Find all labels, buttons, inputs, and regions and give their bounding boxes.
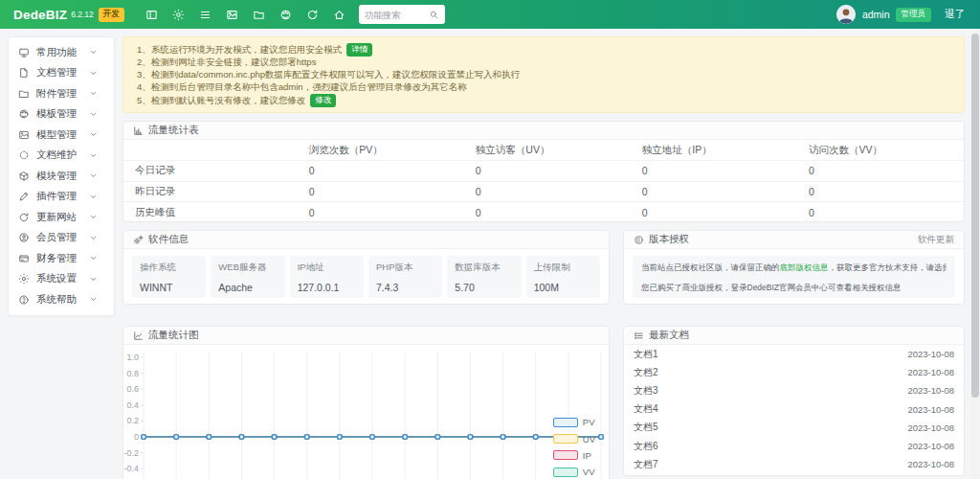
scrollbar-thumb[interactable] — [971, 34, 979, 398]
chevron-down-icon — [89, 254, 98, 262]
chevron-down-icon — [89, 171, 98, 180]
legend-item-vv[interactable]: VV — [553, 464, 595, 479]
sidebar-item-10[interactable]: 财务管理 — [9, 248, 114, 269]
software-info-tile: 数据库版本 5.70 — [447, 256, 521, 298]
home-icon[interactable] — [333, 9, 345, 21]
license-line-1: 当前站点已授权社区版，请保留正确的底部版权信息，获取更多官方技术支持，请选择商业… — [641, 262, 947, 274]
refresh-icon[interactable] — [306, 9, 319, 21]
doc-list-item[interactable]: 文档4 2023-10-08 — [624, 400, 964, 419]
doc-name: 文档5 — [634, 421, 658, 434]
tile-label: WEB服务器 — [218, 262, 277, 274]
page-scrollbar[interactable] — [970, 29, 980, 479]
legend-item-pv[interactable]: PV — [553, 414, 595, 430]
chevron-down-icon — [89, 193, 98, 201]
row-value: 0 — [631, 181, 797, 202]
sidebar-item-label: 系统帮助 — [36, 293, 77, 307]
gear-icon[interactable] — [172, 9, 185, 21]
doc-list-item[interactable]: 文档5 2023-10-08 — [624, 419, 964, 437]
sidebar-item-4[interactable]: 模型管理 — [9, 125, 114, 146]
notice-line: 2、检测到网址非安全链接，建议您部署https — [137, 57, 950, 69]
tile-value: 7.4.3 — [376, 282, 434, 293]
sidebar-item-label: 插件管理 — [36, 190, 77, 203]
notice-line: 3、检测到data/common.inc.php数据库配置文件权限可以写入，建议… — [137, 69, 950, 81]
search-input[interactable] — [365, 10, 424, 20]
sidebar-item-label: 模型管理 — [36, 128, 77, 142]
sidebar-item-7[interactable]: 插件管理 — [9, 187, 114, 208]
row-value: 0 — [464, 202, 631, 223]
logout-button[interactable]: 退了 — [945, 8, 965, 21]
folder-icon — [18, 88, 30, 100]
notice-badge[interactable]: 修改 — [310, 94, 336, 107]
license-link[interactable]: 底部版权信息 — [780, 262, 829, 272]
legend-swatch — [553, 450, 578, 460]
software-info-header: 软件信息 — [123, 231, 609, 249]
sidebar-item-8[interactable]: 更新网站 — [9, 207, 114, 228]
sidebar-item-label: 系统设置 — [36, 272, 77, 285]
sidebar-item-0[interactable]: 常用功能 — [9, 42, 114, 63]
table-row: 历史峰值 0000 — [123, 202, 964, 223]
refresh-icon — [18, 212, 30, 223]
brand-logo[interactable]: DedeBIZ — [13, 8, 67, 22]
chevron-down-icon — [89, 89, 98, 98]
doc-list-item[interactable]: 文档2 2023-10-08 — [624, 363, 964, 381]
folder-icon[interactable] — [253, 9, 265, 21]
credit-card-icon — [18, 253, 30, 264]
sidebar-item-2[interactable]: 附件管理 — [9, 83, 114, 104]
chevron-down-icon — [89, 275, 98, 284]
sidebar-item-6[interactable]: 模块管理 — [9, 166, 114, 187]
sidebar-item-label: 附件管理 — [36, 87, 77, 101]
line-chart-icon — [133, 331, 144, 341]
notice-text: 2、检测到网址非安全链接，建议您部署https — [137, 57, 316, 69]
tile-label: 操作系统 — [140, 262, 198, 274]
software-info-title: 软件信息 — [148, 233, 189, 246]
notice-text: 3、检测到data/common.inc.php数据库配置文件权限可以写入，建议… — [137, 69, 520, 81]
notice-line: 5、检测到默认账号没有修改，建议您修改 修改 — [137, 94, 950, 107]
sidebar-item-5[interactable]: 文档维护 — [9, 146, 114, 167]
row-value: 0 — [797, 181, 964, 202]
doc-list-item[interactable]: 文档3 2023-10-08 — [624, 381, 964, 399]
software-update-link[interactable]: 软件更新 — [918, 234, 954, 246]
doc-list-item[interactable]: 文档1 2023-10-08 — [624, 345, 964, 363]
traffic-stats-title: 流量统计表 — [148, 124, 199, 137]
row-value: 0 — [298, 161, 464, 182]
search-icon[interactable] — [429, 10, 439, 20]
sidebar-item-1[interactable]: 文档管理 — [9, 63, 114, 84]
legend-item-ip[interactable]: IP — [553, 447, 595, 464]
tile-label: 上传限制 — [534, 262, 592, 274]
avatar[interactable] — [836, 5, 856, 24]
tile-value: Apache — [218, 282, 277, 293]
legend-label: PV — [583, 417, 595, 427]
software-info-tile: WEB服务器 Apache — [211, 256, 284, 298]
columns-icon[interactable] — [145, 9, 158, 21]
sidebar-item-label: 模块管理 — [36, 170, 77, 183]
list-icon[interactable] — [199, 9, 212, 21]
sidebar-item-9[interactable]: 会员管理 — [9, 228, 114, 249]
notice-line: 4、检测到后台管理目录名称中包含admin，强烈建议后台管理目录修改为其它名称 — [137, 81, 950, 94]
legend-swatch — [553, 468, 578, 477]
license-header: 版本授权 软件更新 — [624, 231, 964, 249]
table-column-header: 浏览次数（PV） — [298, 140, 464, 161]
sidebar-item-label: 常用功能 — [36, 46, 77, 59]
image-icon[interactable] — [226, 9, 238, 21]
user-area: admin 管理员 退了 — [836, 5, 965, 24]
sidebar-item-3[interactable]: 模板管理 — [9, 104, 114, 125]
user-name[interactable]: admin — [862, 9, 890, 20]
palette-icon[interactable] — [279, 9, 292, 21]
legend-swatch — [553, 418, 578, 427]
doc-name: 文档7 — [634, 458, 658, 471]
doc-list-item[interactable]: 文档6 2023-10-08 — [624, 437, 964, 455]
sidebar-item-12[interactable]: 系统帮助 — [9, 289, 114, 310]
doc-date: 2023-10-08 — [907, 422, 954, 433]
sidebar-item-11[interactable]: 系统设置 — [9, 269, 114, 290]
notice-badge[interactable]: 详情 — [346, 43, 372, 57]
version-label: 6.2.12 — [71, 10, 94, 19]
row-value: 0 — [631, 202, 797, 223]
search-box[interactable] — [359, 5, 445, 24]
row-value: 0 — [464, 181, 631, 202]
gears-icon — [133, 235, 144, 245]
legend-item-uv[interactable]: UV — [553, 430, 595, 446]
palette-icon — [18, 108, 30, 120]
user-circle-icon — [18, 232, 30, 243]
notice-line: 1、系统运行环境为开发模式，建议您启用安全模式 详情 — [137, 43, 950, 57]
doc-list-item[interactable]: 文档7 2023-10-08 — [624, 455, 964, 473]
